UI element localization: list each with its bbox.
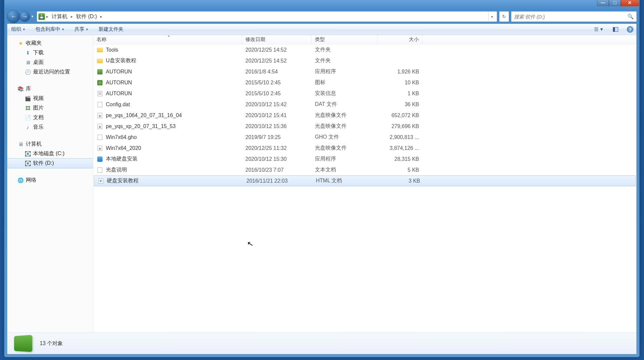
file-name: AUTORUN	[106, 80, 132, 86]
dat-icon	[97, 101, 103, 108]
maximize-button[interactable]: □	[609, 0, 621, 6]
file-type-cell: 应用程序	[312, 68, 378, 75]
new-folder-button[interactable]: 新建文件夹	[97, 25, 125, 34]
close-icon: ✕	[628, 0, 632, 5]
back-button[interactable]: ←	[7, 10, 20, 23]
view-mode-button[interactable]: ☰▼	[592, 25, 605, 33]
column-type[interactable]: 类型	[312, 35, 378, 44]
include-library-button[interactable]: 包含到库中▼	[33, 25, 66, 34]
file-row[interactable]: Win7x64_20202020/12/25 11:32光盘映像文件3,874,…	[93, 143, 636, 154]
file-type-cell: 图标	[312, 79, 378, 86]
file-list-pane[interactable]: 名称 修改日期 类型 大小 Tools2020/12/25 14:52文件夹U盘…	[93, 35, 636, 333]
file-type-cell: 文本文档	[312, 166, 378, 173]
file-name: pe_yqs_1064_20_07_31_16_04	[106, 112, 182, 118]
file-date-cell: 2020/12/25 14:52	[242, 58, 312, 64]
preview-pane-button[interactable]	[611, 25, 620, 34]
maximize-icon: □	[614, 0, 616, 5]
crumb-sep-icon[interactable]: ▸	[46, 14, 49, 19]
recent-icon: 🕘	[24, 69, 31, 75]
nav-group-computer: 🖥计算机 💽本地磁盘 (C:) 💽软件 (D:)	[7, 139, 93, 168]
search-box[interactable]: 🔍	[511, 11, 637, 22]
file-date-cell: 2020/12/25 14:52	[242, 47, 312, 53]
file-row[interactable]: Win7x64.gho2019/9/7 19:25GHO 文件2,900,813…	[93, 132, 636, 143]
file-type-cell: 安装信息	[312, 90, 378, 97]
file-row[interactable]: Config.dat2020/10/12 15:42DAT 文件36 KB	[93, 99, 636, 110]
file-date-cell: 2020/10/12 15:41	[242, 112, 312, 118]
favorites-header[interactable]: ★收藏夹	[7, 38, 93, 48]
file-row[interactable]: AUTORUN2015/5/10 2:45安装信息1 KB	[93, 88, 636, 99]
help-icon: ?	[627, 26, 633, 33]
history-dropdown[interactable]: ▼	[30, 11, 35, 22]
refresh-button[interactable]: ↻	[499, 11, 509, 22]
column-name[interactable]: 名称	[93, 35, 242, 44]
crumb-sep-icon[interactable]: ▸	[100, 14, 103, 19]
titlebar[interactable]: — □ ✕	[4, 0, 639, 10]
column-size[interactable]: 大小	[378, 35, 422, 44]
music-icon: ♪	[24, 124, 31, 131]
exe-icon	[97, 68, 103, 75]
file-name: U盘安装教程	[106, 57, 136, 64]
search-input[interactable]	[514, 14, 627, 20]
file-type-cell: GHO 文件	[312, 134, 378, 141]
library-icon: 📚	[17, 86, 24, 92]
computer-header[interactable]: 🖥计算机	[7, 139, 93, 149]
libraries-header[interactable]: 📚库	[7, 84, 93, 94]
nav-documents[interactable]: 📄文档	[7, 113, 93, 122]
search-icon[interactable]: 🔍	[627, 14, 634, 20]
nav-videos[interactable]: 🎬视频	[7, 94, 93, 103]
address-dropdown[interactable]: ▾	[488, 12, 495, 21]
nav-drive-d[interactable]: 💽软件 (D:)	[7, 158, 93, 168]
iso-icon	[97, 145, 103, 152]
file-name: Tools	[106, 47, 118, 53]
file-name-cell: AUTORUN	[93, 79, 242, 86]
file-row[interactable]: 硬盘安装教程2016/11/21 22:03HTML 文档3 KB	[94, 175, 636, 186]
nav-desktop[interactable]: 🖥桌面	[7, 58, 93, 67]
iso-icon	[97, 112, 103, 119]
organize-button[interactable]: 组织▼	[9, 25, 27, 34]
file-row[interactable]: 光盘说明2016/10/23 7:07文本文档5 KB	[93, 164, 636, 175]
file-date-cell: 2016/11/21 22:03	[243, 178, 313, 184]
breadcrumb-drive[interactable]: 软件 (D:)	[74, 12, 99, 22]
drive-icon: 💽	[24, 160, 31, 167]
file-date-cell: 2020/10/12 15:42	[242, 102, 312, 108]
file-name: Win7x64.gho	[106, 134, 137, 140]
forward-button[interactable]: →	[20, 11, 30, 22]
file-row[interactable]: AUTORUN2015/5/10 2:45图标10 KB	[93, 77, 636, 88]
file-date-cell: 2020/12/25 11:32	[242, 145, 312, 151]
nav-music[interactable]: ♪音乐	[7, 122, 93, 132]
file-size-cell: 2,900,813 ...	[378, 134, 422, 140]
file-row[interactable]: AUTORUN2016/1/8 4:54应用程序1,926 KB	[93, 66, 636, 77]
chevron-down-icon: ▼	[22, 28, 25, 31]
file-row[interactable]: pe_yqs_xp_20_07_31_15_532020/10/12 15:36…	[93, 121, 636, 132]
address-bar[interactable]: 💾 ▸ 计算机 ▸ 软件 (D:) ▸ ▾	[37, 11, 497, 22]
breadcrumb-computer[interactable]: 计算机	[50, 12, 69, 22]
file-row[interactable]: 本地硬盘安装2020/10/12 15:30应用程序28,315 KB	[93, 154, 636, 164]
nav-pictures[interactable]: 🖼图片	[7, 103, 93, 113]
file-row[interactable]: pe_yqs_1064_20_07_31_16_042020/10/12 15:…	[93, 110, 636, 121]
network-header[interactable]: 🌐网络	[7, 175, 93, 185]
nav-drive-c[interactable]: 💽本地磁盘 (C:)	[7, 149, 93, 158]
minimize-button[interactable]: —	[597, 0, 609, 6]
desktop-icon: 🖥	[24, 59, 31, 66]
help-button[interactable]: ?	[626, 25, 634, 34]
close-button[interactable]: ✕	[621, 0, 639, 6]
nav-downloads[interactable]: ⬇下载	[7, 48, 93, 58]
column-date[interactable]: 修改日期	[242, 35, 312, 44]
file-name-cell: pe_yqs_1064_20_07_31_16_04	[93, 112, 242, 119]
file-date-cell: 2019/9/7 19:25	[242, 134, 312, 140]
status-text: 13 个对象	[40, 340, 63, 347]
file-size-cell: 5 KB	[378, 167, 422, 173]
file-row[interactable]: U盘安装教程2020/12/25 14:52文件夹	[93, 55, 636, 66]
share-button[interactable]: 共享▼	[72, 25, 91, 34]
navigation-pane[interactable]: ★收藏夹 ⬇下载 🖥桌面 🕘最近访问的位置 📚库 🎬视频 🖼图片 📄文档 ♪音乐…	[7, 35, 93, 333]
file-name: 光盘说明	[106, 166, 127, 173]
file-list: Tools2020/12/25 14:52文件夹U盘安装教程2020/12/25…	[93, 44, 636, 186]
star-icon: ★	[17, 40, 24, 47]
file-row[interactable]: Tools2020/12/25 14:52文件夹	[93, 44, 636, 55]
nav-group-network: 🌐网络	[7, 175, 93, 185]
nav-recent[interactable]: 🕘最近访问的位置	[7, 67, 93, 77]
crumb-sep-icon[interactable]: ▸	[70, 14, 73, 19]
file-name: pe_yqs_xp_20_07_31_15_53	[106, 123, 176, 129]
file-date-cell: 2016/10/23 7:07	[242, 167, 312, 173]
drive-icon: 💾	[38, 13, 45, 20]
